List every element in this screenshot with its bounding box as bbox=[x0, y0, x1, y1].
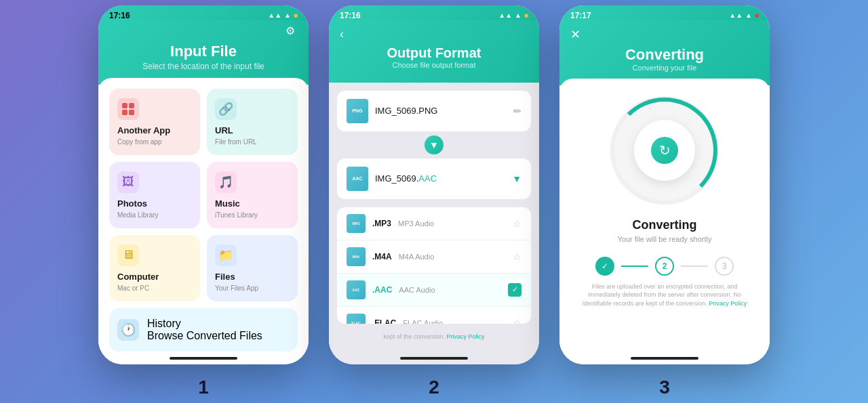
history-icon: 🕐 bbox=[121, 322, 136, 337]
screens-container: 17:16 ▲▲ ▲ ■ ⚙ Input File Select the loc… bbox=[0, 0, 868, 403]
screen1-wrapper: 17:16 ▲▲ ▲ ■ ⚙ Input File Select the loc… bbox=[98, 5, 309, 398]
output-file-name: IMG_5069.AAC bbox=[375, 173, 437, 184]
another-app-item[interactable]: Another App Copy from app bbox=[109, 89, 200, 155]
music-item[interactable]: 🎵 Music iTunes Library bbox=[207, 162, 298, 228]
computer-icon: 🖥 bbox=[122, 248, 134, 262]
privacy-text-2: kept of the conversion. Privacy Policy bbox=[337, 329, 531, 344]
music-title: Music bbox=[215, 198, 290, 209]
battery-icon-3: ■ bbox=[755, 12, 759, 19]
screen1-title: Input File bbox=[112, 43, 295, 60]
mp3-icon: MP3 bbox=[347, 214, 366, 233]
files-sub: Your Files App bbox=[215, 284, 290, 292]
input-file-name: IMG_5069.PNG bbox=[375, 106, 438, 116]
status-time-2: 17:16 bbox=[340, 11, 361, 20]
close-button[interactable]: ✕ bbox=[570, 27, 580, 42]
grid-row-2: 🖼 Photos Media Library 🎵 Music iTunes Li… bbox=[109, 162, 298, 228]
aac-label: AAC Audio bbox=[399, 286, 435, 294]
input-file-card[interactable]: PNG IMG_5069.PNG ✏ bbox=[337, 91, 531, 131]
screen-number-2: 2 bbox=[429, 377, 439, 398]
convert-arrow: ▼ bbox=[337, 135, 531, 154]
photos-item[interactable]: 🖼 Photos Media Library bbox=[109, 162, 200, 228]
step-2-active: 2 bbox=[655, 257, 674, 276]
mp3-ext: .MP3 bbox=[372, 219, 391, 228]
flac-label: FLAC Audio bbox=[403, 319, 443, 324]
aac-checkmark: ✓ bbox=[508, 283, 521, 297]
wifi-icon-2: ▲ bbox=[515, 12, 521, 19]
screen2-title: Output Format bbox=[387, 45, 481, 61]
screen3-header-top: ✕ bbox=[570, 27, 759, 42]
flac-ext: .FLAC bbox=[372, 318, 396, 324]
music-icon: 🎵 bbox=[218, 175, 233, 190]
format-flac[interactable]: FLAC .FLAC FLAC Audio ☆ bbox=[337, 307, 531, 324]
screen2-subtitle: Choose file output format bbox=[393, 61, 476, 69]
wifi-icon-3: ▲ bbox=[745, 12, 752, 19]
privacy-text-3: Files are uploaded over an encrypted con… bbox=[570, 282, 759, 308]
aac-file-icon: AAC bbox=[347, 167, 368, 191]
format-aac[interactable]: AAC .AAC AAC Audio ✓ bbox=[337, 274, 531, 307]
mp3-star[interactable]: ☆ bbox=[513, 218, 521, 229]
computer-item[interactable]: 🖥 Computer Mac or PC bbox=[109, 235, 200, 301]
step-1-done: ✓ bbox=[595, 257, 614, 276]
spinner-outer: ↻ bbox=[610, 96, 719, 205]
edit-icon[interactable]: ✏ bbox=[513, 106, 521, 116]
m4a-icon: M4A bbox=[347, 247, 366, 266]
photos-title: Photos bbox=[117, 198, 192, 209]
screen2-wrapper: 17:16 ▲▲ ▲ ■ ‹ Output Format Choose file… bbox=[329, 5, 539, 398]
home-bar-3 bbox=[559, 352, 770, 364]
back-button[interactable]: ‹ bbox=[340, 27, 344, 41]
files-item[interactable]: 📁 Files Your Files App bbox=[207, 235, 298, 301]
dropdown-arrow-icon[interactable]: ▼ bbox=[512, 173, 521, 184]
phone-screen3: 17:17 ▲▲ ▲ ■ ✕ Converting Converting you… bbox=[559, 5, 770, 364]
home-bar-2 bbox=[329, 352, 539, 364]
output-file-card[interactable]: AAC IMG_5069.AAC ▼ bbox=[337, 158, 531, 199]
screen3-subtitle: Converting your file bbox=[633, 64, 697, 72]
url-title: URL bbox=[215, 125, 290, 135]
screen-number-1: 1 bbox=[198, 377, 209, 398]
status-time-1: 17:16 bbox=[109, 11, 130, 20]
converting-sub: Your file will be ready shortly bbox=[618, 235, 712, 243]
format-mp3[interactable]: MP3 .MP3 MP3 Audio ☆ bbox=[337, 207, 531, 240]
m4a-ext: .M4A bbox=[372, 252, 392, 261]
signal-icon-2: ▲▲ bbox=[498, 12, 512, 19]
screen1-content: Another App Copy from app 🔗 URL File fro… bbox=[98, 78, 309, 352]
format-m4a[interactable]: M4A .M4A M4A Audio ☆ bbox=[337, 240, 531, 274]
another-app-title: Another App bbox=[117, 125, 192, 135]
output-file-left: AAC IMG_5069.AAC bbox=[347, 167, 437, 191]
phone-screen1: 17:16 ▲▲ ▲ ■ ⚙ Input File Select the loc… bbox=[98, 5, 309, 364]
url-icon: 🔗 bbox=[218, 102, 233, 116]
aac-icon: AAC bbox=[347, 280, 366, 299]
converting-title: Converting bbox=[632, 218, 696, 232]
screen2-content: PNG IMG_5069.PNG ✏ ▼ AAC bbox=[329, 83, 539, 352]
m4a-star[interactable]: ☆ bbox=[513, 251, 521, 262]
signal-icon-3: ▲▲ bbox=[729, 12, 743, 19]
screen3-wrapper: 17:17 ▲▲ ▲ ■ ✕ Converting Converting you… bbox=[559, 5, 770, 398]
settings-icon[interactable]: ⚙ bbox=[285, 24, 295, 37]
status-time-3: 17:17 bbox=[570, 11, 591, 20]
screen3-title: Converting bbox=[625, 46, 704, 64]
spinner-container: ↻ bbox=[610, 96, 719, 205]
flac-star[interactable]: ☆ bbox=[513, 318, 521, 324]
screen-number-3: 3 bbox=[659, 377, 670, 398]
privacy-link-2[interactable]: Privacy Policy bbox=[447, 333, 485, 340]
signal-icon-1: ▲▲ bbox=[268, 12, 281, 19]
screen3-header: ✕ Converting Converting your file bbox=[559, 20, 770, 85]
privacy-link-3[interactable]: Privacy Policy bbox=[709, 300, 747, 307]
phone-screen2: 17:16 ▲▲ ▲ ■ ‹ Output Format Choose file… bbox=[329, 5, 539, 364]
home-bar-line-2 bbox=[400, 357, 468, 360]
url-item[interactable]: 🔗 URL File from URL bbox=[207, 89, 298, 155]
url-sub: File from URL bbox=[215, 138, 290, 146]
aac-ext: .AAC bbox=[372, 285, 392, 295]
input-file-left: PNG IMG_5069.PNG bbox=[347, 99, 438, 123]
spinner-inner: ↻ bbox=[634, 120, 695, 181]
history-sub: Browse Converted Files bbox=[147, 330, 262, 342]
step-line-2 bbox=[681, 266, 708, 267]
music-sub: iTunes Library bbox=[215, 211, 290, 219]
photos-sub: Media Library bbox=[117, 211, 192, 219]
step-line-1 bbox=[621, 266, 648, 267]
history-item[interactable]: 🕐 History Browse Converted Files bbox=[109, 308, 298, 352]
screen1-subtitle: Select the location of the input file bbox=[112, 62, 295, 71]
home-bar-line-1 bbox=[170, 357, 237, 360]
history-title: History bbox=[147, 318, 262, 330]
photos-icon: 🖼 bbox=[122, 175, 134, 189]
home-bar-1 bbox=[98, 352, 309, 364]
